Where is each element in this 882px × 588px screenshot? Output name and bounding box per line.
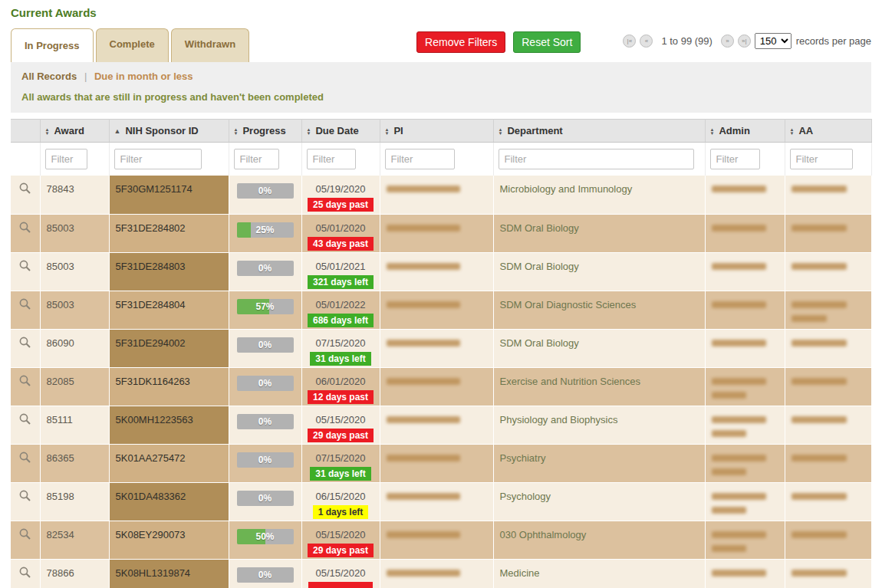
last-page-button[interactable]: »| — [738, 34, 751, 48]
aa-redacted — [791, 263, 865, 270]
award-cell: 86365 — [40, 444, 109, 482]
table-row: 85111 5K00MH1223563 0% 05/15/2020 29 day… — [11, 406, 871, 444]
award-cell: 78843 — [40, 176, 109, 214]
admin-cell — [705, 444, 785, 482]
column-header-due[interactable]: ▲▼Due Date — [301, 120, 380, 143]
redacted-text-bar — [791, 493, 847, 500]
previous-page-button[interactable]: « — [640, 34, 653, 48]
due-badge: 29 days past — [308, 429, 374, 442]
aa-redacted — [791, 378, 865, 385]
column-header-sponsor[interactable]: ▲NIH Sponsor ID — [109, 120, 229, 143]
redacted-text-bar — [791, 225, 847, 232]
award-cell: 85003 — [40, 214, 109, 252]
admin-cell — [705, 214, 785, 252]
pi-redacted — [387, 416, 487, 423]
due-badge: 686 days left — [308, 314, 374, 327]
progress-label: 0% — [237, 414, 294, 429]
progress-bar: 50% — [237, 529, 294, 544]
reset-sort-button[interactable]: Reset Sort — [513, 31, 581, 53]
table-row: 78843 5F30GM1251174 0% 05/19/2020 25 day… — [11, 176, 871, 214]
sub-header: All Records | Due in month or less All a… — [11, 62, 871, 113]
admin-redacted — [712, 186, 778, 192]
column-header-pi[interactable]: ▲▼PI — [380, 120, 493, 143]
tab-in-progress[interactable]: In Progress — [11, 28, 94, 62]
column-header-aa[interactable]: ▲▼AA — [785, 120, 871, 143]
filter-input-award[interactable] — [45, 149, 87, 169]
view-details-button[interactable] — [18, 412, 31, 428]
redacted-text-bar — [712, 468, 746, 475]
redacted-text-bar — [791, 301, 847, 308]
filter-due-in-month[interactable]: Due in month or less — [94, 71, 193, 82]
due-date-text: 07/15/2020 — [304, 452, 378, 464]
sponsor-id-cell: 5K01DA483362 — [109, 482, 229, 521]
table-row: 86365 5K01AA275472 0% 07/15/2020 31 days… — [11, 444, 871, 482]
tab-complete[interactable]: Complete — [96, 28, 169, 62]
filter-all-records[interactable]: All Records — [21, 71, 77, 82]
magnifier-icon — [18, 336, 31, 349]
sponsor-id-cell: 5F31DK1164263 — [109, 367, 229, 406]
column-header-admin[interactable]: ▲▼Admin — [705, 120, 785, 143]
filter-input-sponsor[interactable] — [114, 149, 202, 169]
view-details-button[interactable] — [18, 297, 31, 313]
view-details-button[interactable] — [18, 336, 31, 351]
table-row: 85003 5F31DE284804 57% 05/01/2022 686 da… — [11, 291, 871, 329]
column-label: Department — [507, 125, 562, 136]
progress-bar: 0% — [237, 491, 294, 506]
next-page-button[interactable]: » — [721, 34, 734, 48]
filter-input-progress[interactable] — [234, 149, 279, 169]
filter-input-department[interactable] — [499, 149, 694, 169]
table-row: 78866 5K08HL1319874 0% 05/15/2020 Medici… — [11, 559, 871, 588]
award-cell: 86090 — [40, 329, 109, 367]
records-per-page-label: records per page — [796, 35, 871, 47]
pi-cell — [380, 482, 493, 521]
filter-input-aa[interactable] — [790, 149, 853, 169]
view-details-button[interactable] — [18, 451, 31, 466]
magnifier-icon — [18, 297, 31, 310]
remove-filters-button[interactable]: Remove Filters — [416, 31, 505, 53]
filter-input-pi[interactable] — [385, 149, 456, 169]
tab-withdrawn[interactable]: Withdrawn — [171, 28, 249, 62]
aa-cell — [785, 521, 871, 559]
admin-redacted — [712, 378, 778, 399]
aa-cell — [785, 444, 871, 482]
redacted-text-bar — [712, 430, 746, 437]
view-details-button[interactable] — [18, 259, 31, 274]
admin-redacted — [712, 263, 778, 270]
pi-redacted — [387, 531, 487, 538]
admin-redacted — [712, 340, 778, 347]
records-per-page-select[interactable]: 150 — [755, 33, 791, 49]
due-badge: 321 days left — [308, 275, 374, 289]
pi-cell — [380, 559, 493, 588]
filter-input-due[interactable] — [307, 149, 356, 169]
view-details-button[interactable] — [18, 489, 31, 504]
department-cell: Medicine — [493, 559, 705, 588]
redacted-text-bar — [712, 340, 766, 347]
view-details-button[interactable] — [18, 566, 31, 581]
pi-redacted — [387, 340, 487, 347]
view-details-button[interactable] — [18, 221, 31, 236]
aa-redacted — [791, 570, 865, 577]
view-details-button[interactable] — [18, 374, 31, 389]
redacted-text-bar — [387, 340, 461, 347]
column-header-department[interactable]: ▲▼Department — [493, 120, 705, 143]
first-page-button[interactable]: |« — [623, 34, 636, 48]
magnifier-icon — [18, 489, 31, 502]
redacted-text-bar — [387, 186, 461, 192]
due-badge: 29 days past — [308, 544, 374, 557]
column-header-award[interactable]: ▲▼Award — [40, 120, 109, 143]
page-title: Current Awards — [11, 6, 871, 19]
table-row: 85198 5K01DA483362 0% 06/15/2020 1 days … — [11, 482, 871, 521]
magnifier-icon — [18, 527, 31, 540]
pi-redacted — [387, 225, 487, 232]
aa-redacted — [791, 186, 865, 192]
filter-input-admin[interactable] — [710, 149, 761, 169]
view-details-button[interactable] — [18, 527, 31, 543]
pi-cell — [380, 406, 493, 444]
magnifier-icon — [18, 412, 31, 425]
column-header-progress[interactable]: ▲▼Progress — [229, 120, 301, 143]
redacted-text-bar — [387, 531, 461, 538]
progress-label: 0% — [237, 376, 294, 391]
redacted-text-bar — [712, 225, 766, 232]
pi-cell — [380, 291, 493, 329]
view-details-button[interactable] — [18, 182, 31, 197]
